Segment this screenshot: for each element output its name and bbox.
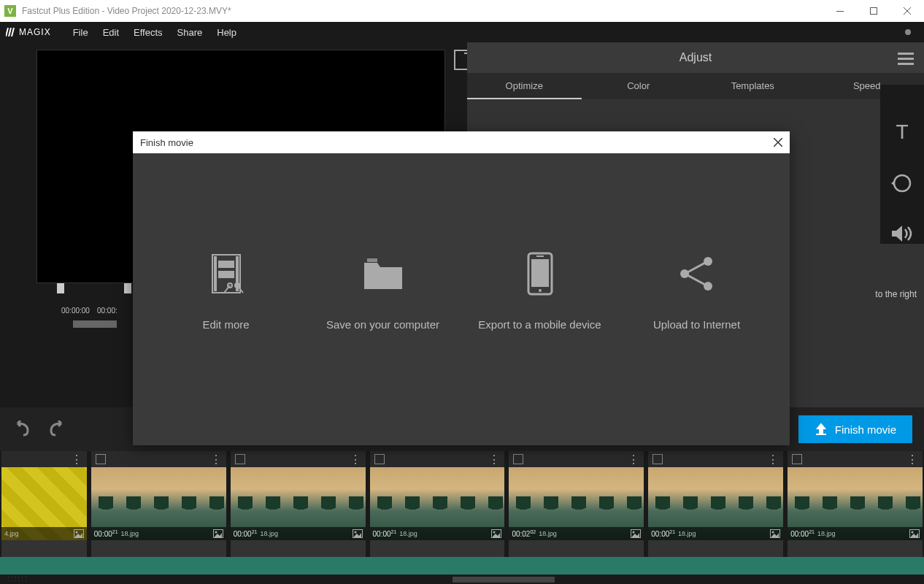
clip-menu-button[interactable]: ⋮	[488, 453, 500, 466]
clip-menu-button[interactable]: ⋮	[767, 453, 779, 466]
clip-item[interactable]: ⋮00:002118.jpg	[788, 451, 923, 557]
minimize-button[interactable]	[823, 0, 857, 22]
volume-tool-icon[interactable]	[890, 223, 914, 244]
menu-bar: MAGIX File Edit Effects Share Help	[0, 22, 924, 42]
status-indicator	[905, 29, 911, 35]
clip-thumbnail[interactable]: 4.jpg	[1, 467, 87, 540]
menu-help[interactable]: Help	[209, 24, 244, 41]
clip-checkbox[interactable]	[235, 454, 245, 464]
window-titlebar: V Fastcut Plus Edition - Video Project 2…	[0, 0, 924, 22]
panel-title: Adjust	[679, 51, 712, 64]
clip-thumbnail[interactable]: 00:002118.jpg	[231, 467, 366, 540]
svg-point-17	[912, 531, 914, 534]
clip-thumbnail[interactable]: 00:002118.jpg	[648, 467, 783, 540]
svg-point-28	[539, 289, 542, 292]
tab-color[interactable]: Color	[582, 73, 696, 99]
clip-timecode: 00:0021	[373, 529, 397, 538]
clip-timecode: 00:0021	[234, 529, 258, 538]
clip-item[interactable]: ⋮00:002118.jpg	[370, 451, 505, 557]
clip-checkbox[interactable]	[513, 454, 523, 464]
horizontal-scrollbar[interactable]	[0, 575, 924, 584]
redo-button[interactable]	[47, 420, 67, 438]
clip-thumbnail[interactable]: 00:002118.jpg	[370, 467, 505, 540]
close-button[interactable]	[890, 0, 924, 22]
svg-rect-22	[218, 271, 234, 278]
option-label: Upload to Internet	[653, 318, 740, 332]
text-tool-icon[interactable]: T	[891, 121, 913, 143]
clip-filename: 4.jpg	[4, 530, 19, 537]
clip-thumbnail[interactable]: 00:002118.jpg	[788, 467, 923, 540]
clip-checkbox[interactable]	[96, 454, 106, 464]
image-type-icon	[213, 529, 223, 538]
clip-filename: 18.jpg	[260, 530, 278, 537]
window-title: Fastcut Plus Edition - Video Project 202…	[22, 6, 823, 16]
range-handle-left[interactable]	[57, 283, 64, 293]
mobile-icon	[527, 252, 553, 296]
clip-thumbnail[interactable]: 00:020218.jpg	[509, 467, 644, 540]
clip-menu-button[interactable]: ⋮	[71, 453, 82, 466]
clip-menu-button[interactable]: ⋮	[210, 453, 222, 466]
resize-grip[interactable]: ::::::	[7, 575, 28, 583]
menu-file[interactable]: File	[66, 24, 96, 41]
menu-edit[interactable]: Edit	[96, 24, 126, 41]
svg-point-31	[680, 269, 689, 278]
clip-item[interactable]: ⋮00:002118.jpg	[231, 451, 366, 557]
option-save-computer[interactable]: Save on your computer	[317, 252, 449, 332]
upload-icon	[815, 423, 828, 436]
dialog-close-button[interactable]	[774, 138, 782, 147]
clip-strip: ⋮4.jpg⋮00:002118.jpg⋮00:002118.jpg⋮00:00…	[0, 451, 924, 557]
tab-templates[interactable]: Templates	[696, 73, 810, 99]
image-type-icon	[74, 529, 84, 538]
svg-point-11	[493, 531, 496, 534]
svg-rect-0	[836, 11, 844, 12]
svg-point-5	[75, 531, 77, 534]
finish-movie-dialog: Finish movie Edit more Save on your comp…	[133, 131, 790, 445]
zoom-slider[interactable]	[73, 320, 117, 328]
image-type-icon	[491, 529, 501, 538]
clip-item[interactable]: ⋮00:002118.jpg	[91, 451, 226, 557]
svg-point-13	[633, 531, 635, 534]
clip-menu-button[interactable]: ⋮	[350, 453, 361, 466]
revert-tool-icon[interactable]	[891, 172, 913, 194]
dialog-title: Finish movie	[140, 137, 193, 148]
clip-checkbox[interactable]	[792, 454, 802, 464]
option-label: Export to a mobile device	[478, 318, 601, 332]
svg-point-30	[704, 257, 712, 266]
film-edit-icon	[208, 252, 245, 296]
option-upload-internet[interactable]: Upload to Internet	[631, 252, 763, 332]
clip-checkbox[interactable]	[652, 454, 663, 464]
option-edit-more[interactable]: Edit more	[161, 252, 292, 332]
image-type-icon	[909, 529, 920, 538]
clip-item[interactable]: ⋮00:020218.jpg	[509, 451, 644, 557]
clip-thumbnail[interactable]: 00:002118.jpg	[91, 467, 226, 540]
clip-item[interactable]: ⋮4.jpg	[1, 451, 87, 557]
menu-effects[interactable]: Effects	[126, 24, 170, 41]
menu-share[interactable]: Share	[170, 24, 210, 41]
audio-track[interactable]	[0, 557, 924, 575]
image-type-icon	[353, 529, 363, 538]
clip-timecode: 00:0021	[651, 529, 675, 538]
clip-filename: 18.jpg	[399, 530, 417, 537]
option-export-mobile[interactable]: Export to a mobile device	[474, 252, 606, 332]
folder-icon	[363, 252, 404, 296]
maximize-button[interactable]	[857, 0, 890, 22]
scrollbar-thumb[interactable]	[453, 577, 555, 583]
svg-point-3	[894, 175, 910, 191]
app-icon: V	[4, 5, 16, 17]
undo-button[interactable]	[12, 420, 32, 438]
clip-menu-button[interactable]: ⋮	[906, 453, 918, 466]
clip-menu-button[interactable]: ⋮	[628, 453, 639, 466]
timecode: 00:00:00	[61, 307, 90, 315]
clip-checkbox[interactable]	[374, 454, 385, 464]
brand-logo: MAGIX	[6, 27, 51, 37]
svg-point-9	[354, 531, 356, 534]
svg-point-15	[772, 531, 774, 534]
clip-timecode: 00:0021	[790, 529, 815, 538]
panel-menu-button[interactable]	[898, 50, 914, 68]
clip-item[interactable]: ⋮00:002118.jpg	[648, 451, 783, 557]
image-type-icon	[770, 529, 780, 538]
range-handle-right[interactable]	[124, 283, 131, 293]
finish-movie-button[interactable]: Finish movie	[798, 415, 912, 443]
tab-optimize[interactable]: Optimize	[467, 73, 582, 99]
clip-filename: 18.jpg	[121, 530, 139, 537]
